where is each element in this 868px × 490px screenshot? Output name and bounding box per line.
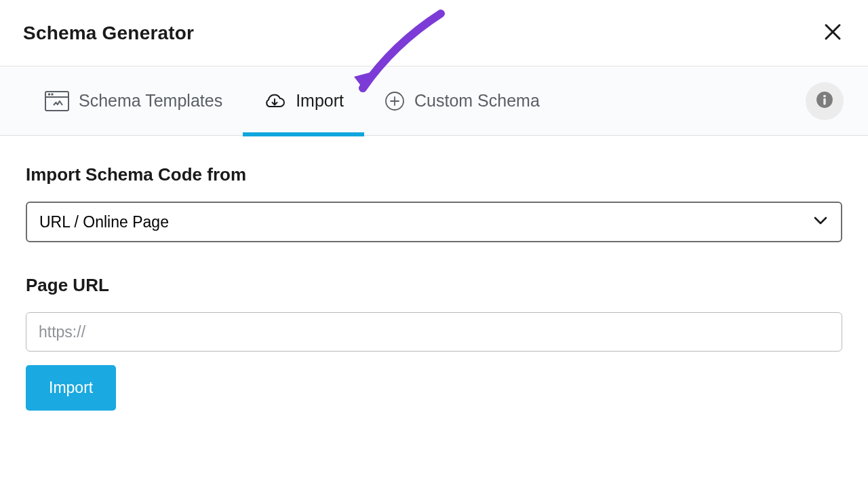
- page-url-input[interactable]: [26, 312, 842, 352]
- plus-circle-icon: [384, 91, 405, 111]
- tabs-bar: Schema Templates Import Custom Schem: [0, 67, 868, 136]
- svg-point-4: [49, 94, 50, 95]
- tab-label: Schema Templates: [79, 91, 222, 111]
- page-url-label: Page URL: [26, 275, 842, 296]
- source-select-wrap: URL / Online Page: [26, 202, 842, 242]
- close-icon: [823, 22, 843, 44]
- modal-title: Schema Generator: [23, 22, 194, 44]
- svg-point-11: [823, 95, 826, 98]
- info-button[interactable]: [806, 82, 844, 120]
- source-label: Import Schema Code from: [26, 164, 842, 185]
- tab-custom-schema[interactable]: Custom Schema: [364, 67, 560, 136]
- tab-import[interactable]: Import: [243, 67, 364, 136]
- info-icon: [816, 91, 833, 111]
- source-select[interactable]: URL / Online Page: [26, 202, 842, 242]
- tab-label: Custom Schema: [414, 91, 540, 111]
- cloud-download-icon: [263, 92, 286, 111]
- template-icon: [45, 91, 69, 111]
- tab-label: Import: [296, 91, 344, 111]
- import-button[interactable]: Import: [26, 365, 116, 411]
- tabs: Schema Templates Import Custom Schem: [24, 67, 560, 136]
- svg-point-5: [52, 94, 53, 95]
- svg-rect-12: [823, 98, 825, 105]
- import-panel: Import Schema Code from URL / Online Pag…: [0, 136, 868, 439]
- tab-schema-templates[interactable]: Schema Templates: [24, 67, 243, 136]
- close-button[interactable]: [821, 21, 845, 45]
- modal-header: Schema Generator: [0, 0, 868, 67]
